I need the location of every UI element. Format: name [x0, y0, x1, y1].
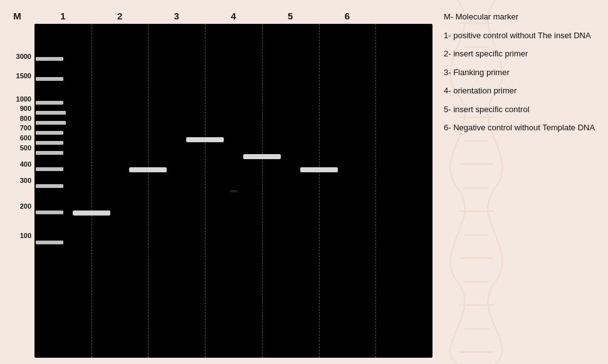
- mw-label-3000: 3000: [16, 53, 31, 60]
- mw-label-200: 200: [20, 202, 31, 210]
- lane-label-6: 6: [319, 11, 376, 21]
- lane-label-4: 4: [205, 11, 262, 21]
- marker-band-400: [36, 167, 63, 171]
- marker-band-500: [36, 151, 63, 155]
- legend: M- Molecular marker1- positive control w…: [432, 6, 608, 358]
- legend-item-M: M- Molecular marker: [444, 11, 600, 23]
- marker-band-800: [36, 121, 66, 125]
- mw-label-400: 400: [20, 160, 31, 168]
- marker-band-100: [36, 241, 63, 244]
- marker-band-3000: [36, 57, 63, 61]
- mw-label-700: 700: [20, 124, 31, 132]
- gel-image: [34, 24, 432, 358]
- mw-label-1000: 1000: [16, 95, 31, 103]
- marker-band-700: [36, 131, 63, 135]
- legend-item-1: 1- positive control without The inset DN…: [444, 30, 600, 41]
- lane-labels: M123456: [0, 6, 432, 24]
- mw-label-900: 900: [20, 105, 31, 112]
- lane-label-1: 1: [34, 11, 92, 21]
- marker-band-300: [36, 184, 63, 188]
- marker-band-900: [36, 111, 66, 115]
- dashed-line-1: [92, 24, 92, 358]
- band-lane-3: [186, 137, 224, 142]
- dashed-line-2: [148, 24, 149, 358]
- mw-label-100: 100: [20, 232, 31, 239]
- gel-section: M123456 30001500100090080070060050040030…: [0, 6, 432, 358]
- mw-label-800: 800: [20, 115, 31, 122]
- dashed-line-3: [205, 24, 206, 358]
- legend-item-3: 3- Flanking primer: [444, 67, 600, 78]
- mw-label-300: 300: [20, 177, 31, 184]
- marker-band-1000: [36, 101, 63, 105]
- mw-label-1500: 1500: [16, 72, 31, 80]
- lane-label-3: 3: [148, 11, 205, 21]
- lane-label-m: M: [0, 11, 34, 21]
- dashed-line-4: [262, 24, 263, 358]
- band-lane-1: [73, 211, 110, 216]
- lane-label-2: 2: [92, 11, 149, 21]
- mw-axis: 300015001000900800700600500400300200100: [0, 24, 34, 358]
- mw-label-600: 600: [20, 134, 31, 142]
- band-lane-2: [129, 167, 167, 172]
- legend-item-6: 6- Negative control without Template DNA: [444, 122, 600, 133]
- legend-item-5: 5- insert specific control: [444, 104, 600, 115]
- dashed-line-5: [319, 24, 320, 358]
- band-lane-5: [300, 167, 338, 172]
- legend-item-4: 4- orientation primer: [444, 85, 600, 96]
- legend-item-2: 2- insert specific primer: [444, 48, 600, 60]
- dashed-line-6: [375, 24, 376, 358]
- marker-band-200: [36, 211, 63, 214]
- marker-band-1500: [36, 77, 63, 81]
- marker-band-600: [36, 141, 63, 145]
- mw-label-500: 500: [20, 144, 31, 152]
- watermark: [230, 190, 238, 192]
- gel-wrapper: 300015001000900800700600500400300200100: [0, 24, 432, 358]
- band-lane-4: [243, 154, 281, 159]
- lane-label-5: 5: [262, 11, 319, 21]
